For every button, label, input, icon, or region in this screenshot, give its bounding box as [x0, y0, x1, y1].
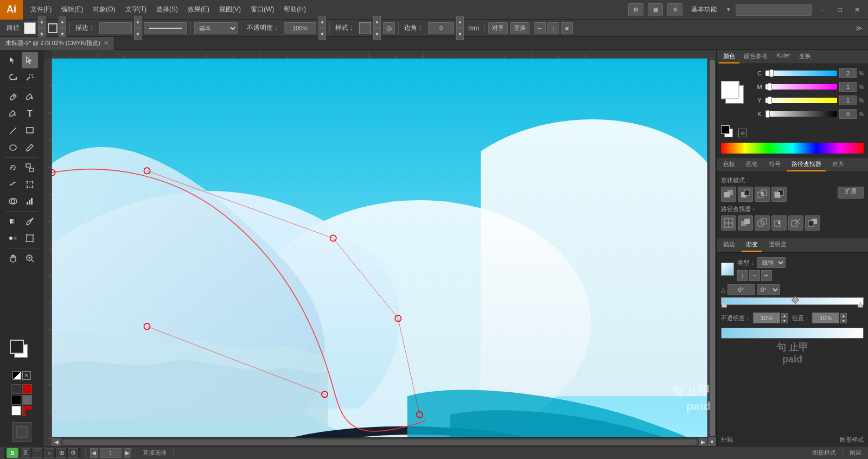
pen-tool[interactable]	[5, 89, 21, 105]
zoom-input[interactable]	[100, 448, 122, 458]
rect-tool[interactable]	[22, 123, 38, 139]
scroll-down-btn[interactable]: ▼	[708, 437, 717, 446]
none-stroke-indicator[interactable]: ⊘	[738, 129, 747, 137]
fg-color-swatch[interactable]	[10, 340, 24, 354]
exclude-btn[interactable]	[771, 187, 787, 202]
color-fg-preview[interactable]	[721, 81, 739, 99]
bridge-icon[interactable]: ⚙	[667, 3, 682, 16]
scroll-right-btn[interactable]: ▶	[699, 438, 707, 447]
column-chart-tool[interactable]	[22, 193, 38, 209]
opacity-input[interactable]	[284, 22, 316, 34]
opacity-down[interactable]: ▼	[318, 28, 326, 40]
menu-window[interactable]: 窗口(W)	[246, 3, 278, 16]
zoom-prev-btn[interactable]: ◀	[90, 448, 98, 458]
menu-select[interactable]: 选择(S)	[152, 3, 182, 16]
tab-color[interactable]: 颜色	[719, 50, 739, 63]
zoom-next-btn[interactable]: ▶	[124, 448, 131, 458]
scale-tool[interactable]	[22, 160, 38, 176]
minimize-button[interactable]: ─	[816, 3, 829, 16]
shape-builder-tool[interactable]	[5, 193, 21, 209]
stroke-width-input[interactable]	[99, 22, 132, 34]
minus-back-btn[interactable]	[805, 215, 820, 231]
y-thumb[interactable]	[768, 97, 772, 104]
tab-brushes[interactable]: 画笔	[742, 158, 762, 171]
flip-v-icon[interactable]: ↕	[547, 22, 559, 34]
default-colors-btn[interactable]	[12, 371, 21, 380]
add-anchor-tool[interactable]	[22, 89, 38, 105]
delete-anchor-tool[interactable]	[5, 106, 21, 122]
fg-bg-swatch-container[interactable]	[10, 340, 34, 364]
maximize-button[interactable]: □	[833, 3, 846, 16]
y-value-input[interactable]	[839, 95, 857, 105]
grad-edge-btn-2[interactable]: ⊣	[749, 270, 760, 281]
type-tool[interactable]: T	[22, 106, 38, 122]
free-transform-tool[interactable]	[22, 176, 38, 193]
sw-down[interactable]: ▼	[134, 28, 142, 40]
align-btn[interactable]: 对齐	[488, 22, 508, 34]
color-chip-2[interactable]	[22, 384, 32, 394]
magic-wand-tool[interactable]	[22, 69, 38, 85]
tab-stroke-grad[interactable]: 描边	[719, 238, 739, 252]
tab-align[interactable]: 对齐	[828, 158, 848, 171]
warp-tool[interactable]	[5, 176, 21, 193]
c-value-input[interactable]	[839, 68, 857, 78]
minus-front-btn[interactable]	[738, 187, 753, 202]
grad-stop-2[interactable]	[858, 302, 863, 308]
color-chip-3[interactable]	[11, 395, 21, 405]
color-spectrum-bar[interactable]	[721, 143, 864, 154]
style-up[interactable]: ▲	[373, 16, 381, 28]
outline-btn[interactable]	[788, 215, 803, 231]
expand-btn[interactable]: 扩展	[838, 187, 864, 199]
corner-up[interactable]: ▲	[456, 16, 464, 28]
workspace-arrow[interactable]: ▼	[726, 7, 731, 12]
s-tool-1[interactable]: S	[7, 448, 18, 458]
scroll-bottom[interactable]: ◀ ▶	[52, 437, 707, 446]
scroll-h-thumb[interactable]	[62, 439, 698, 445]
grad-display-bar[interactable]	[721, 328, 864, 339]
artboard-tool[interactable]	[22, 230, 38, 246]
zoom-tool[interactable]	[22, 250, 38, 266]
appearance-icon[interactable]: ◎	[383, 22, 395, 34]
divide-btn[interactable]	[721, 215, 736, 231]
merge-btn[interactable]	[755, 215, 770, 231]
corner-down[interactable]: ▼	[456, 28, 464, 40]
scroll-thumb[interactable]	[710, 60, 715, 436]
screen-mode-icon[interactable]: ▦	[648, 3, 663, 16]
grad-stop-1[interactable]	[722, 302, 727, 308]
artwork-viewport[interactable]	[52, 59, 707, 446]
line-tool[interactable]	[5, 123, 21, 139]
gradient-tool[interactable]	[5, 213, 21, 229]
menu-effect[interactable]: 效果(E)	[183, 3, 214, 16]
gradient-preview-swatch[interactable]	[721, 263, 734, 276]
doc-tab[interactable]: 未标题-9* @ 273.02% (CMYK/预览) ✕	[0, 37, 114, 50]
blend-tool[interactable]	[5, 230, 21, 246]
dash-pattern[interactable]	[144, 22, 187, 34]
lasso-tool[interactable]	[5, 69, 21, 85]
eyedropper-tool[interactable]	[22, 213, 38, 229]
fill-swatch[interactable]	[24, 22, 36, 34]
menu-view[interactable]: 视图(V)	[215, 3, 245, 16]
m-value-input[interactable]	[839, 82, 857, 92]
sw-up[interactable]: ▲	[134, 16, 142, 28]
k-value-input[interactable]	[839, 109, 857, 119]
status-tool-6[interactable]: ⚙	[68, 448, 78, 458]
stroke-up[interactable]: ▲	[59, 16, 66, 28]
grad-opacity-input[interactable]	[753, 313, 780, 323]
status-tool-2[interactable]: 五	[21, 448, 30, 458]
c-thumb[interactable]	[769, 69, 774, 77]
status-tool-5[interactable]: ⊞	[56, 448, 66, 458]
grad-edge-btn-3[interactable]: ⊢	[761, 270, 772, 281]
flip-h-icon[interactable]: ↔	[534, 22, 546, 34]
canvas-area[interactable]: ▲ ▼ ◀ ▶ 句 止甲 paid	[43, 50, 716, 446]
crop-btn[interactable]	[771, 215, 787, 231]
menu-file[interactable]: 文件(F)	[26, 3, 56, 16]
tab-transform[interactable]: 变换	[795, 50, 815, 63]
color-chip-6[interactable]	[22, 406, 32, 416]
opacity-down-grad[interactable]: ▼	[781, 318, 788, 323]
ellipse-tool[interactable]	[5, 139, 21, 156]
mini-fg-swatch[interactable]	[721, 125, 730, 134]
arrangement-icon[interactable]: ⊞	[628, 3, 643, 16]
stroke-indicator[interactable]	[48, 23, 58, 33]
workspace-label[interactable]: 基本功能	[687, 3, 722, 16]
grad-location-input[interactable]	[812, 313, 839, 323]
